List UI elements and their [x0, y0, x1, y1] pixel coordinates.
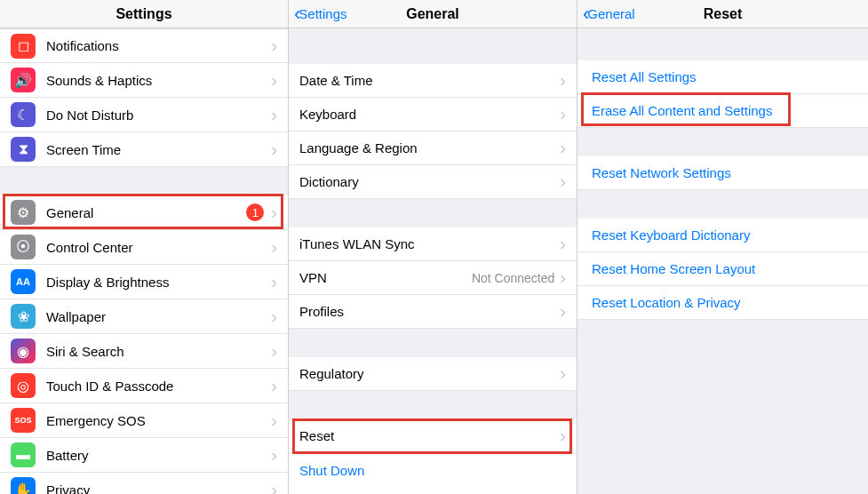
- row-language[interactable]: Language & Region›: [289, 131, 577, 165]
- label: iTunes WLAN Sync: [299, 236, 560, 251]
- reset-pane: ‹ General Reset Reset All Settings Erase…: [577, 0, 868, 494]
- label: Siri & Search: [46, 344, 271, 359]
- chevron-right-icon: ›: [271, 70, 277, 91]
- row-itunes-sync[interactable]: iTunes WLAN Sync›: [289, 227, 577, 261]
- label: Wallpaper: [46, 309, 271, 324]
- reset-title: Reset: [704, 6, 743, 22]
- spacer: [577, 128, 868, 156]
- hand-icon: ✋: [11, 477, 36, 494]
- row-keyboard[interactable]: Keyboard›: [289, 98, 577, 131]
- siri-icon: ◉: [11, 339, 36, 363]
- chevron-right-icon: ›: [560, 267, 566, 288]
- chevron-right-icon: ›: [271, 272, 277, 292]
- row-regulatory[interactable]: Regulatory›: [289, 357, 577, 391]
- row-display[interactable]: AA Display & Brightness ›: [0, 265, 288, 299]
- label: Reset Home Screen Layout: [592, 261, 857, 276]
- label: Touch ID & Passcode: [46, 378, 271, 394]
- back-button[interactable]: ‹ Settings: [294, 4, 347, 24]
- chevron-right-icon: ›: [271, 445, 277, 466]
- label: Reset Network Settings: [592, 165, 857, 180]
- row-dictionary[interactable]: Dictionary›: [289, 165, 577, 199]
- chevron-right-icon: ›: [560, 363, 566, 384]
- row-sos[interactable]: SOS Emergency SOS ›: [0, 403, 288, 438]
- row-reset-all[interactable]: Reset All Settings: [577, 60, 868, 94]
- row-dnd[interactable]: ☾ Do Not Disturb ›: [0, 98, 288, 132]
- row-battery[interactable]: ▬ Battery ›: [0, 438, 288, 473]
- general-pane: ‹ Settings General Date & Time› Keyboard…: [289, 0, 577, 494]
- row-screentime[interactable]: ⧗ Screen Time ›: [0, 132, 288, 167]
- label: Keyboard: [299, 107, 560, 122]
- back-button[interactable]: ‹ General: [583, 4, 635, 24]
- row-control-center[interactable]: ⦿ Control Center ›: [0, 230, 288, 265]
- label: Language & Region: [299, 140, 560, 155]
- settings-pane: Settings ◻ Notifications › 🔊 Sounds & Ha…: [0, 0, 289, 494]
- spacer: [289, 199, 577, 227]
- spacer: [289, 391, 577, 419]
- moon-icon: ☾: [11, 102, 36, 127]
- chevron-right-icon: ›: [560, 171, 566, 192]
- chevron-right-icon: ›: [271, 36, 277, 56]
- general-header: ‹ Settings General: [289, 0, 577, 28]
- back-label: General: [587, 6, 634, 21]
- row-vpn[interactable]: VPNNot Connected›: [289, 261, 577, 295]
- row-date-time[interactable]: Date & Time›: [289, 64, 577, 98]
- row-notifications[interactable]: ◻ Notifications ›: [0, 28, 288, 63]
- row-shutdown[interactable]: Shut Down: [289, 453, 577, 487]
- detail: Not Connected: [472, 271, 554, 285]
- row-profiles[interactable]: Profiles›: [289, 295, 577, 329]
- highlight-reset: [292, 418, 572, 454]
- chevron-right-icon: ›: [271, 480, 277, 495]
- row-reset-home[interactable]: Reset Home Screen Layout: [577, 252, 868, 286]
- chevron-right-icon: ›: [560, 301, 566, 322]
- label: Date & Time: [299, 73, 560, 88]
- sos-icon: SOS: [11, 408, 36, 433]
- chevron-right-icon: ›: [560, 70, 566, 91]
- chevron-right-icon: ›: [560, 234, 566, 254]
- chevron-right-icon: ›: [271, 237, 277, 258]
- chevron-right-icon: ›: [271, 105, 277, 125]
- label: Reset Location & Privacy: [592, 295, 857, 310]
- label: Profiles: [299, 304, 560, 319]
- row-siri[interactable]: ◉ Siri & Search ›: [0, 334, 288, 369]
- settings-header: Settings: [0, 0, 288, 28]
- label: Privacy: [46, 482, 271, 495]
- spacer: [577, 28, 868, 60]
- label: Notifications: [46, 38, 271, 53]
- notifications-icon: ◻: [11, 34, 36, 59]
- label: Do Not Disturb: [46, 108, 271, 123]
- reset-header: ‹ General Reset: [577, 0, 868, 28]
- spacer: [577, 320, 868, 494]
- label: Emergency SOS: [46, 413, 271, 428]
- label: Reset Keyboard Dictionary: [592, 227, 857, 243]
- label: Battery: [46, 448, 271, 463]
- label: Screen Time: [46, 142, 271, 157]
- label: Shut Down: [299, 463, 566, 478]
- chevron-right-icon: ›: [271, 307, 277, 327]
- hourglass-icon: ⧗: [11, 137, 36, 162]
- toggles-icon: ⦿: [11, 235, 36, 259]
- label: Display & Brightness: [46, 275, 271, 290]
- label: Control Center: [46, 240, 271, 255]
- battery-icon: ▬: [11, 442, 36, 467]
- row-touchid[interactable]: ◎ Touch ID & Passcode ›: [0, 369, 288, 403]
- sounds-icon: 🔊: [11, 68, 36, 92]
- row-privacy[interactable]: ✋ Privacy ›: [0, 473, 288, 494]
- spacer: [289, 28, 577, 64]
- label: Reset All Settings: [592, 69, 857, 84]
- row-wallpaper[interactable]: ❀ Wallpaper ›: [0, 299, 288, 334]
- label: VPN: [299, 270, 472, 285]
- row-reset-location[interactable]: Reset Location & Privacy: [577, 286, 868, 320]
- label: Regulatory: [299, 366, 560, 381]
- chevron-right-icon: ›: [271, 139, 277, 160]
- chevron-right-icon: ›: [271, 341, 277, 362]
- general-title: General: [406, 6, 459, 22]
- highlight-erase: [581, 92, 791, 126]
- label: Sounds & Haptics: [46, 73, 271, 88]
- row-sounds[interactable]: 🔊 Sounds & Haptics ›: [0, 63, 288, 98]
- row-reset-keyboard[interactable]: Reset Keyboard Dictionary: [577, 219, 868, 252]
- row-reset-network[interactable]: Reset Network Settings: [577, 156, 868, 190]
- wallpaper-icon: ❀: [11, 304, 36, 329]
- fingerprint-icon: ◎: [11, 373, 36, 398]
- chevron-right-icon: ›: [560, 138, 566, 158]
- spacer: [0, 167, 288, 195]
